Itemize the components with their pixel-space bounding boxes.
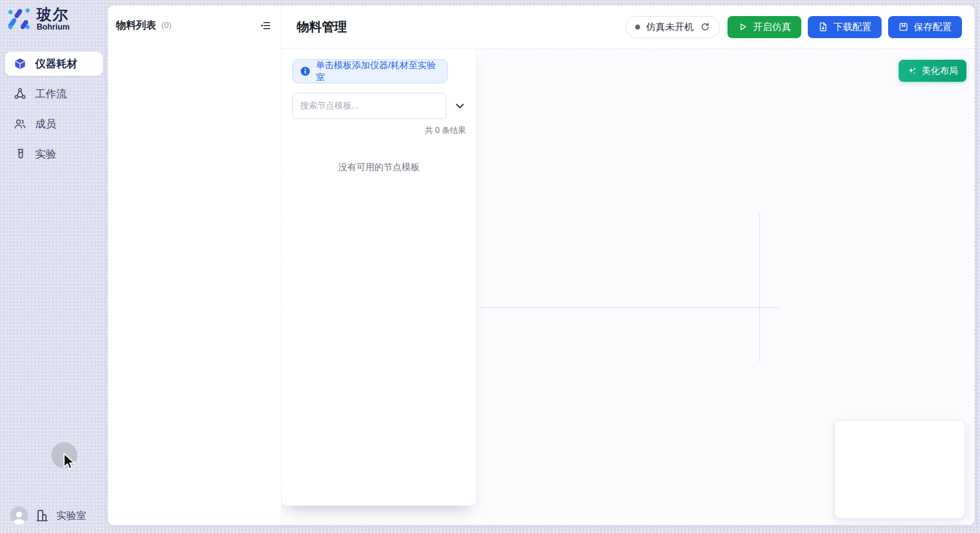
refresh-icon[interactable] [700,22,710,32]
search-result-count: 共 0 条结果 [292,125,466,136]
collapse-panel-icon[interactable] [259,20,271,32]
app-screen: 玻尔 Bohrium 仪器耗材 [0,0,980,533]
info-banner: 单击模板添加仪器/耗材至实验室 [292,59,448,83]
start-simulation-label: 开启仿真 [753,21,791,34]
status-dot-icon [635,25,640,30]
canvas-minimap[interactable] [834,421,965,518]
material-list-title: 物料列表 [116,19,156,32]
sidebar-item-workflow[interactable]: 工作流 [5,82,103,106]
sparkles-icon [907,66,917,76]
sidebar-nav: 仪器耗材 工作流 [5,52,103,166]
page-title: 物料管理 [297,19,347,35]
info-banner-text: 单击模板添加仪器/耗材至实验室 [316,59,440,83]
cube-icon [14,57,27,70]
save-config-button[interactable]: 保存配置 [888,16,962,38]
brand-subname: Bohrium [37,23,70,32]
material-list-count: (0) [161,21,172,31]
download-config-button[interactable]: 下载配置 [808,16,882,38]
play-icon [738,22,748,32]
canvas-guide-horizontal [480,307,779,308]
lab-label[interactable]: 实验室 [56,509,86,522]
chevron-down-icon[interactable] [454,100,466,112]
workflow-canvas[interactable]: 单击模板添加仪器/耗材至实验室 共 0 条结果 没有可用的节点模板 [282,49,974,525]
simulation-status-label: 仿真未开机 [646,21,694,34]
sidebar-item-label: 仪器耗材 [35,57,77,71]
mouse-cursor [60,452,78,470]
user-avatar[interactable] [10,506,28,524]
empty-template-message: 没有可用的节点模板 [292,161,466,173]
template-search-input[interactable] [292,93,446,119]
file-download-icon [818,22,828,32]
sidebar-item-label: 工作流 [35,87,67,101]
save-icon [898,22,909,32]
building-icon [35,508,49,522]
sidebar-item-instruments[interactable]: 仪器耗材 [5,52,103,76]
node-template-panel: 单击模板添加仪器/耗材至实验室 共 0 条结果 没有可用的节点模板 [282,49,476,506]
start-simulation-button[interactable]: 开启仿真 [727,16,801,38]
save-config-label: 保存配置 [914,21,952,34]
beautify-layout-label: 美化布局 [922,65,958,77]
main-area: 物料管理 仿真未开机 [282,6,974,525]
beautify-layout-button[interactable]: 美化布局 [899,60,966,82]
template-search-row [292,93,476,119]
app-window: 物料列表 (0) 物料管理 仿真未开机 [108,6,974,525]
sidebar-item-experiments[interactable]: 实验 [5,142,103,166]
download-config-label: 下载配置 [833,21,872,34]
sidebar-item-label: 实验 [35,147,56,161]
sidebar-footer: 实验室 [10,506,86,524]
simulation-status-pill[interactable]: 仿真未开机 [626,16,720,38]
workflow-icon [14,87,27,100]
info-icon [300,66,310,76]
brand-name: 玻尔 [37,6,70,23]
test-tube-icon [14,148,27,161]
brand-logo: 玻尔 Bohrium [7,6,70,32]
bohrium-logo-icon [7,7,31,31]
users-icon [14,117,27,130]
canvas-guide-vertical [759,213,760,361]
sidebar-item-label: 成员 [35,117,56,131]
sidebar-item-members[interactable]: 成员 [5,112,103,136]
main-header: 物料管理 仿真未开机 [282,6,974,49]
material-list-panel: 物料列表 (0) [108,6,282,525]
